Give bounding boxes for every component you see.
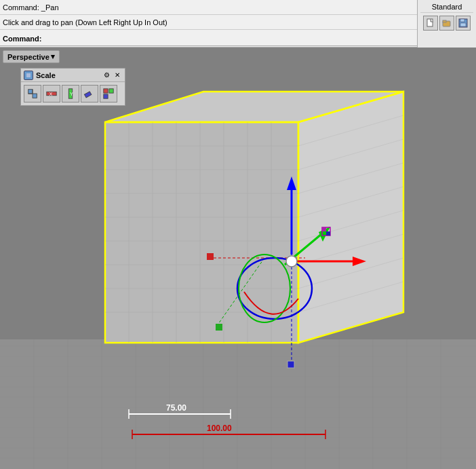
scale-widget: Scale ⚙ ✕ X Y [20, 68, 125, 106]
toolbar-icons [420, 13, 473, 33]
toolbar-label: Standard [420, 1, 473, 13]
gizmo-handle-corner2[interactable] [326, 231, 330, 236]
svg-rect-56 [26, 73, 31, 77]
scale-widget-header: Scale ⚙ ✕ [21, 69, 125, 82]
scale-gear-button[interactable]: ⚙ [102, 71, 111, 80]
command-label: Command: [3, 35, 41, 43]
command-input-area[interactable]: Command: [0, 31, 462, 46]
toolbar-save-button[interactable] [456, 16, 471, 31]
scale-y-button[interactable]: Y [62, 85, 79, 102]
dim-text-75: 75.00 [166, 403, 186, 413]
svg-text:Y: Y [70, 91, 73, 97]
scale-buttons-area: X Y [21, 82, 125, 105]
command-text-2: Click and drag to pan (Down Left Right U… [3, 18, 167, 26]
scene-svg: 75.00 100.00 [0, 48, 476, 469]
uniform-scale-button[interactable] [24, 85, 41, 102]
perspective-label[interactable]: Perspective ▾ [3, 50, 60, 63]
dim-text-100: 100.00 [207, 424, 232, 433]
scale-close-button[interactable]: ✕ [113, 71, 122, 80]
scale-icon [24, 71, 33, 80]
gizmo-handle-red[interactable] [207, 253, 214, 260]
gizmo-handle-green[interactable] [216, 324, 222, 331]
viewport: 75.00 100.00 Perspective ▾ Scale ⚙ ✕ X [0, 48, 476, 469]
command-line1: Command: _Pan ▲ ▼ [0, 0, 476, 15]
svg-rect-5 [460, 23, 466, 26]
scale-title: Scale [36, 71, 102, 79]
standard-toolbar: Standard [417, 0, 476, 48]
command-line2: Click and drag to pan (Down Left Right U… [0, 15, 476, 30]
command-text-1: Command: _Pan [3, 3, 59, 12]
toolbar-new-button[interactable] [423, 16, 438, 31]
svg-rect-2 [443, 20, 446, 22]
scale-xy-button[interactable] [100, 85, 117, 102]
cube-right-face [298, 92, 403, 343]
svg-text:X: X [49, 91, 52, 97]
svg-rect-58 [33, 94, 37, 98]
svg-rect-67 [109, 89, 113, 93]
svg-rect-4 [460, 19, 464, 22]
gizmo-handle-blue[interactable] [287, 361, 294, 368]
svg-rect-0 [427, 19, 433, 26]
perspective-text: Perspective [7, 53, 49, 61]
svg-rect-68 [104, 94, 108, 98]
command-input[interactable] [44, 35, 460, 43]
svg-rect-57 [28, 90, 33, 94]
cube-front-face [105, 122, 298, 343]
svg-rect-65 [84, 92, 91, 98]
floor-base [0, 339, 476, 469]
scale-x-button[interactable]: X [43, 85, 60, 102]
gizmo-handle-corner[interactable] [322, 227, 326, 231]
gizmo-center[interactable] [286, 256, 297, 267]
scale-z-button[interactable] [81, 85, 98, 102]
toolbar-open-button[interactable] [439, 16, 454, 31]
perspective-dropdown-arrow: ▾ [51, 52, 55, 61]
svg-rect-66 [104, 89, 108, 93]
